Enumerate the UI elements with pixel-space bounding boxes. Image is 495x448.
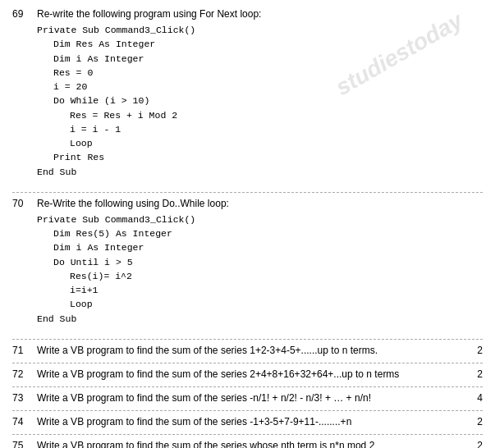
q-num-74: 74	[12, 416, 37, 427]
question-74: 74 Write a VB program to find the sum of…	[12, 416, 483, 427]
code-block-70: Private Sub Command3_Click() Dim Res(5) …	[37, 213, 466, 326]
q-content-74: Write a VB program to find the sum of th…	[37, 416, 466, 427]
code-block-69: Private Sub Command3_Click() Dim Res As …	[37, 23, 466, 179]
q-num-69: 69	[12, 8, 37, 20]
q-content-72: Write a VB program to find the sum of th…	[37, 368, 466, 380]
question-72: 72 Write a VB program to find the sum of…	[12, 368, 483, 380]
q-text-73: Write a VB program to find the sum of th…	[37, 392, 466, 404]
q-content-73: Write a VB program to find the sum of th…	[37, 392, 466, 404]
q-text-71: Write a VB program to find the sum of th…	[37, 345, 466, 356]
divider-69-70	[12, 192, 483, 193]
q-num-73: 73	[12, 392, 37, 404]
q-content-70: Re-Write the following using Do..While l…	[37, 198, 466, 332]
q-num-71: 71	[12, 345, 37, 356]
divider-74-75	[12, 434, 483, 435]
divider-72-73	[12, 386, 483, 387]
q-content-75: Write a VB program to find the sum of th…	[37, 440, 466, 448]
q-text-74: Write a VB program to find the sum of th…	[37, 416, 466, 427]
q-text-72: Write a VB program to find the sum of th…	[37, 368, 466, 380]
q-content-69: Re-write the following program using For…	[37, 8, 466, 185]
q-marks-75: 2	[466, 440, 483, 448]
question-71: 71 Write a VB program to find the sum of…	[12, 345, 483, 356]
question-73: 73 Write a VB program to find the sum of…	[12, 392, 483, 404]
q-marks-71: 2	[466, 345, 483, 356]
question-75: 75 Write a VB program to find the sum of…	[12, 440, 483, 448]
q-num-70: 70	[12, 198, 37, 209]
q-content-71: Write a VB program to find the sum of th…	[37, 345, 466, 356]
q-text-69: Re-write the following program using For…	[37, 8, 466, 20]
q-num-72: 72	[12, 368, 37, 380]
q-marks-73: 4	[466, 392, 483, 404]
question-70: 70 Re-Write the following using Do..Whil…	[12, 198, 483, 332]
q-marks-74: 2	[466, 416, 483, 427]
divider-73-74	[12, 410, 483, 411]
question-69: 69 Re-write the following program using …	[12, 8, 483, 185]
q-text-75: Write a VB program to find the sum of th…	[37, 440, 466, 448]
q-marks-72: 2	[466, 368, 483, 380]
q-text-70: Re-Write the following using Do..While l…	[37, 198, 466, 209]
q-num-75: 75	[12, 440, 37, 448]
divider-70-71	[12, 339, 483, 340]
divider-71-72	[12, 363, 483, 363]
